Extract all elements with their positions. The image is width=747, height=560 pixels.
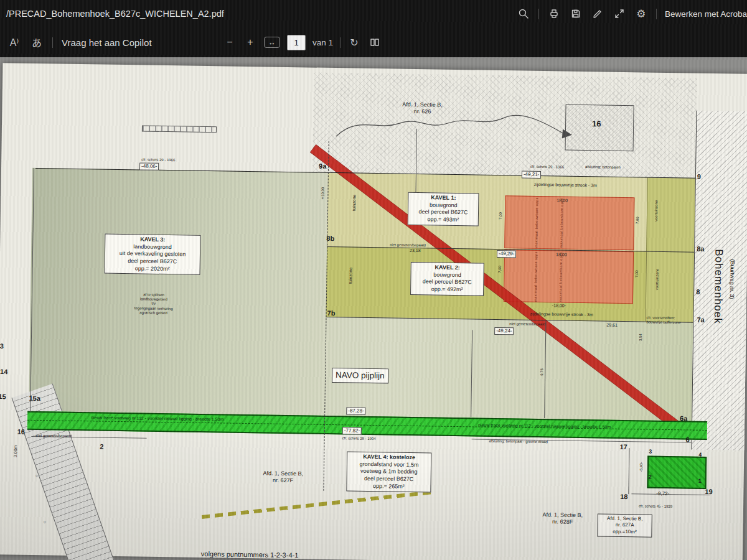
buildable-zone-kavel2 xyxy=(504,250,634,304)
voortuinzone-label-2: voortuinzone xyxy=(655,269,660,290)
printer-icon xyxy=(548,8,560,19)
point-9: 9 xyxy=(697,173,701,181)
point-18: 18 xyxy=(620,493,627,501)
kavel1-line4: opp.= 493m² xyxy=(411,216,475,224)
kavel2-line4: opp.= 492m² xyxy=(414,286,480,294)
print-button[interactable] xyxy=(547,6,561,21)
afd-628f-line2: nr. 628F xyxy=(534,518,591,526)
search-icon xyxy=(518,8,529,19)
fence-note-green: afsluiting: betonpaal - groene draad xyxy=(489,439,548,445)
zoom-out-button[interactable]: − xyxy=(223,35,237,50)
afd-627a-box: Afd. 1, Sectie B, nr. 627A opp.=10m² xyxy=(597,513,652,537)
afd-627a-line1: Afd. 1, Sectie B, xyxy=(601,515,649,523)
stream-arrow-icon xyxy=(562,129,572,138)
save-button[interactable] xyxy=(569,6,583,21)
kavel2-line3: deel perceel B627C xyxy=(414,278,480,286)
buildable-text-1a: maximaal bebouwbare oppervlakte 128m² xyxy=(534,198,539,248)
meas-18-00-b: 18,00 xyxy=(556,252,567,258)
scale-bar xyxy=(142,125,217,133)
meas-7-00-a: 7,00 xyxy=(499,212,503,220)
toolbar-row-title: /PRECAD_Bohemenhoek_B627c_WICHELEN_A2.pd… xyxy=(0,0,747,27)
meas-48-06: -48,06- xyxy=(139,162,159,170)
schets29-note-b: cfr. schets 29 - 1966 xyxy=(530,165,564,170)
pdf-viewport[interactable]: Afd. 1, Sectie B, nr. 626 16 KAVEL 3: la… xyxy=(0,57,747,560)
translate-button[interactable]: あ xyxy=(30,35,44,50)
ask-copilot-button[interactable]: Vraag het aan Copilot xyxy=(62,37,152,48)
voortuinzone-column xyxy=(645,178,695,322)
afd-627f-line1: Afd. 1, Sectie B, xyxy=(255,470,312,477)
point-16: 16 xyxy=(17,428,25,436)
stream-squiggle xyxy=(333,98,576,146)
not-measured-a: niet gemeten/bepaald xyxy=(390,243,426,248)
tuinzone-label-2: tuinzone xyxy=(348,267,354,284)
corner-1: 1 xyxy=(698,478,702,485)
draw-button[interactable] xyxy=(591,6,604,21)
meas-7-00-b: 7,00 xyxy=(636,217,640,224)
kavel1-line3: deel perceel B627C xyxy=(411,208,475,217)
search-button[interactable] xyxy=(517,6,530,21)
edit-with-acrobat-button[interactable]: Bewerken met Acroba xyxy=(665,9,747,19)
read-aloud-button[interactable]: A⁾ xyxy=(7,35,21,50)
meas-18-00-a: 18,00 xyxy=(557,198,568,203)
afd-627a-line3: opp.=10m² xyxy=(601,528,648,536)
afd-626-label: Afd. 1, Sectie B, nr. 626 xyxy=(393,101,451,115)
meas-9-76: 9,76 xyxy=(540,368,544,376)
meas-10-00: ±10,00 xyxy=(321,187,325,200)
corner-2: 2 xyxy=(649,474,652,481)
rotate-button[interactable]: ↻ xyxy=(347,35,361,50)
buildable-text-1b: maximaal bebouwbare oppervlakte 128m² xyxy=(559,198,564,248)
toolbar-separator xyxy=(340,37,341,48)
point-8a: 8a xyxy=(697,245,704,253)
kavel3-line3: uit de verkaveling gesloten xyxy=(108,250,197,259)
navo-pipeline-label: NAVO pijplijn xyxy=(332,368,388,383)
buildable-zone-kavel1 xyxy=(504,195,634,250)
zoom-in-button[interactable]: + xyxy=(243,35,257,50)
point-3-left: 3 xyxy=(0,342,4,350)
settings-button[interactable]: ⚙ xyxy=(634,6,648,21)
point-8: 8 xyxy=(696,288,700,296)
meas-3-54: 3,54 xyxy=(639,334,643,341)
road-name-label: Bohemenhoek xyxy=(711,249,725,324)
page-layout-button[interactable] xyxy=(368,35,382,50)
point-7a: 7a xyxy=(697,316,704,324)
buildable-text-2a: maximaal bebouwbare oppervlakte 128m² xyxy=(533,252,538,302)
parcel-18-19-line xyxy=(631,493,710,495)
page-count-label: van 1 xyxy=(312,38,333,47)
fullscreen-button[interactable] xyxy=(613,6,626,21)
point-19: 19 xyxy=(705,488,712,496)
meas-5-40: -5,40- xyxy=(639,462,644,472)
side-strip-note-2: zijdelingse bouwvrije strook - 3m xyxy=(530,312,593,318)
toolbar-row-controls: A⁾ あ Vraag het aan Copilot − + ↔ van 1 ↻ xyxy=(0,27,747,57)
toolbar-right-actions: ⚙ Bewerken met Acroba xyxy=(517,6,747,21)
tuinzone-label-1: tuinzone xyxy=(352,194,357,211)
point-14: 14 xyxy=(0,368,7,376)
point-6: 6 xyxy=(686,436,690,444)
afd-626-line1: Afd. 1, Sectie B, xyxy=(393,101,452,108)
meas-9-72: -9,72- xyxy=(656,491,669,497)
meas-49-24: -49,24- xyxy=(494,327,514,335)
corner-3: 3 xyxy=(649,449,652,455)
schets45-note: cfr. schets 45 - 1929 xyxy=(639,504,672,509)
toolbar-separator xyxy=(538,9,539,19)
meas-49-21: -49,21- xyxy=(522,171,542,179)
read-aloud-icon: A⁾ xyxy=(10,37,19,49)
schets29-note-a: cfr. schets 29 - 1966 xyxy=(141,157,175,162)
side-strip-note-1: zijdelingse bouwvrije strook - 3m xyxy=(534,182,597,189)
page-number-input[interactable] xyxy=(287,35,306,50)
meas-7-00-d: 7,00 xyxy=(635,270,639,278)
toolbar-separator xyxy=(656,9,657,19)
pen-icon xyxy=(592,8,603,19)
bottom-note: volgens puntnummers 1-2-3-4-1 xyxy=(201,550,299,560)
afd-627f-label: Afd. 1, Sectie B, nr. 627F xyxy=(255,470,312,484)
fit-width-button[interactable]: ↔ xyxy=(264,37,280,48)
voorschriften-line2: bouwvrije bufferzone xyxy=(646,320,680,325)
parcel-16-number: 16 xyxy=(592,119,601,129)
afd-627f-line2: nr. 627F xyxy=(255,477,312,484)
pdf-page-plan: Afd. 1, Sectie B, nr. 626 16 KAVEL 3: la… xyxy=(0,63,747,560)
point-6a: 6a xyxy=(680,414,687,422)
afd-628f-line1: Afd. 1, Sectie B, xyxy=(534,511,591,519)
kavel1-label-box: KAVEL 1: bouwgrond deel perceel B627C op… xyxy=(408,192,479,226)
meas-18-00-c: -18,00- xyxy=(552,303,566,309)
fence-note-top: afsluiting: betonpalen xyxy=(585,165,621,170)
afd-626-line2: nr. 626 xyxy=(393,108,451,115)
